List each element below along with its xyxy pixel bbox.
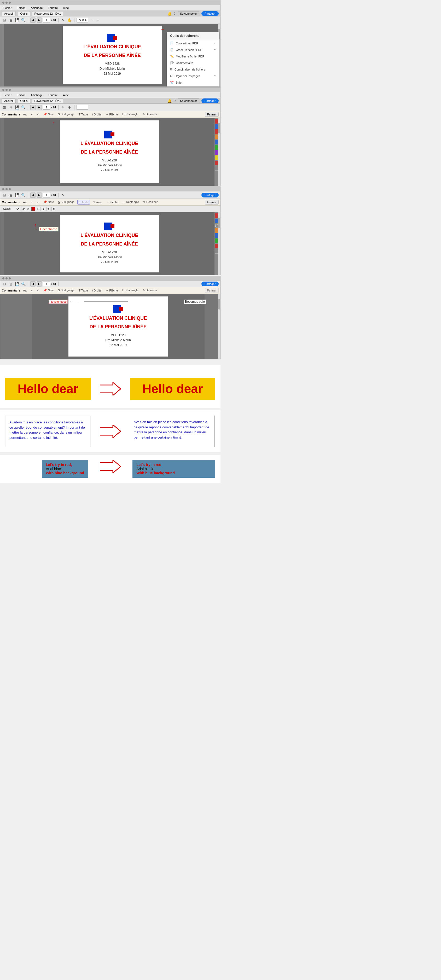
scrollbar-3[interactable] <box>218 212 220 275</box>
prev-page-btn[interactable]: ◀ <box>30 18 35 23</box>
search-icon-4[interactable]: 🔍 <box>21 281 26 286</box>
menu-affichage[interactable]: Affichage <box>30 6 44 10</box>
comment-note-4[interactable]: 📌 Note <box>42 288 55 293</box>
comment-texte[interactable]: T Texte <box>77 112 89 116</box>
next-btn-2[interactable]: ▶ <box>37 105 42 110</box>
prev-btn-2[interactable]: ◀ <box>30 105 35 110</box>
tab-accueil[interactable]: Accueil <box>2 11 16 16</box>
share-button-1[interactable]: Partager <box>201 11 219 16</box>
new-icon-4[interactable]: ⊡ <box>2 281 7 286</box>
comment-surligna-4[interactable]: S̲ Surlignage <box>57 288 76 293</box>
comment-surligna[interactable]: S̲ Surlignage <box>57 112 76 116</box>
comment-aa[interactable]: Aa <box>22 112 28 116</box>
connect-button-1[interactable]: Se connecter <box>178 11 199 16</box>
italic-btn[interactable]: I <box>42 207 45 211</box>
scroll-thumb-4[interactable] <box>218 299 220 310</box>
comment-rect[interactable]: ☐ Rectangle <box>121 112 140 116</box>
comment-texte-4[interactable]: T Texte <box>77 288 89 293</box>
dropdown-organiser[interactable]: ⊟ Organiser les pages ▾ <box>167 73 219 79</box>
print-icon-3[interactable]: 🖨 <box>8 192 13 198</box>
menu2-aide[interactable]: Aide <box>62 93 70 97</box>
new-icon-3[interactable]: ⊡ <box>2 192 7 198</box>
menu-edition[interactable]: Edition <box>16 6 27 10</box>
comment-rect-3[interactable]: ☐ Rectangle <box>121 200 140 204</box>
comment-list[interactable]: ≡ <box>30 112 34 116</box>
prev-btn-3[interactable]: ◀ <box>30 192 35 198</box>
comment-droite-4[interactable]: / Droite <box>91 288 103 293</box>
menu2-fichier[interactable]: Fichier <box>2 93 13 97</box>
cursor-icon-3[interactable]: ↖ <box>60 192 66 198</box>
save-icon-4[interactable]: 💾 <box>14 281 19 286</box>
comment-aa-3[interactable]: Aa <box>22 200 28 204</box>
search-icon-2[interactable]: 🔍 <box>21 105 26 110</box>
scrollbar-2[interactable] <box>218 118 220 186</box>
comment-surligna-3[interactable]: S̲ Surlignage <box>57 200 76 204</box>
hand-icon[interactable]: ✋ <box>67 18 72 23</box>
comment-droite[interactable]: / Droite <box>91 112 103 116</box>
dropdown-protection[interactable]: 🔒 Protection <box>167 86 219 86</box>
zoom-input-2[interactable]: 87.2% <box>76 105 88 110</box>
tab2-document[interactable]: Powerpoint 12 - Év... <box>32 99 63 103</box>
font-size-select[interactable]: 24 <box>21 207 30 211</box>
comment-check-3[interactable]: ☑ <box>35 200 40 204</box>
tab-document[interactable]: Powerpoint 12 - Év... <box>32 11 63 16</box>
connect-button-2[interactable]: Se connecter <box>178 99 199 103</box>
comment-dessiner[interactable]: ✎ Dessiner <box>141 112 158 116</box>
print-icon[interactable]: 🖨 <box>8 18 13 23</box>
comment-droite-3[interactable]: / Droite <box>91 200 103 204</box>
page-input-4[interactable] <box>43 282 50 286</box>
color-swatch[interactable] <box>31 207 35 211</box>
save-icon-2[interactable]: 💾 <box>14 105 19 110</box>
comment-fleche[interactable]: → Flèche <box>104 112 119 116</box>
dropdown-modifier[interactable]: ✏️ Modifier le fichier PDF <box>167 53 219 60</box>
comment-list-3[interactable]: ≡ <box>30 200 34 204</box>
next-btn-3[interactable]: ▶ <box>37 192 42 198</box>
comment-fleche-4[interactable]: → Flèche <box>104 288 119 293</box>
save-icon[interactable]: 💾 <box>14 18 19 23</box>
comment-dessiner-3[interactable]: ✎ Dessiner <box>142 200 159 204</box>
comment-note[interactable]: 📌 Note <box>42 112 55 116</box>
scroll-thumb-2[interactable] <box>218 123 220 134</box>
next-btn-4[interactable]: ▶ <box>37 281 42 286</box>
comment-aa-4[interactable]: Aa <box>22 288 28 293</box>
comment-note-3[interactable]: 📌 Note <box>42 200 55 204</box>
comment-rect-4[interactable]: ☐ Rectangle <box>121 288 140 293</box>
zoom-in-icon[interactable]: + <box>96 18 100 23</box>
share-button-4[interactable]: Partager <box>201 282 219 286</box>
page-input-2[interactable] <box>43 105 50 110</box>
comment-check-4[interactable]: ☑ <box>35 288 40 293</box>
tab2-outils[interactable]: Outils <box>18 99 30 103</box>
tab-outils[interactable]: Outils <box>18 11 30 16</box>
dropdown-commentaire[interactable]: 💬 Commentaire <box>167 60 219 66</box>
page-input-3[interactable] <box>43 193 50 197</box>
scrollbar-4[interactable] <box>218 294 220 359</box>
tab2-accueil[interactable]: Accueil <box>2 99 16 103</box>
save-icon-3[interactable]: 💾 <box>14 192 19 198</box>
bold-btn[interactable]: B <box>36 207 41 211</box>
share-button-3[interactable]: Partager <box>201 193 219 197</box>
comment-dessiner-4[interactable]: ✎ Dessiner <box>141 288 158 293</box>
close-comment-btn-4[interactable]: Fermer <box>205 288 219 293</box>
dropdown-creer[interactable]: 📋 Créer un fichier PDF ▾ <box>167 46 219 53</box>
search-icon[interactable]: 🔍 <box>21 18 26 23</box>
comment-fleche-3[interactable]: → Flèche <box>105 200 119 204</box>
zoom-input-1[interactable] <box>76 18 88 22</box>
menu2-edition[interactable]: Edition <box>16 93 27 97</box>
menu2-affichage[interactable]: Affichage <box>30 93 44 97</box>
comment-list-4[interactable]: ≡ <box>30 288 34 293</box>
search-icon-3[interactable]: 🔍 <box>21 192 26 198</box>
zoom-out-icon[interactable]: − <box>89 18 94 23</box>
cursor-icon[interactable]: ↖ <box>60 18 66 23</box>
next-page-btn[interactable]: ▶ <box>37 18 42 23</box>
align-left-btn[interactable]: ≡ <box>46 207 51 211</box>
menu-fenetre[interactable]: Fenêtre <box>47 6 59 10</box>
prev-btn-4[interactable]: ◀ <box>30 281 35 286</box>
print-icon-4[interactable]: 🖨 <box>8 281 13 286</box>
share-button-2[interactable]: Partager <box>201 99 219 103</box>
cursor-icon-2[interactable]: ↖ <box>60 105 66 110</box>
comment-check[interactable]: ☑ <box>35 112 40 116</box>
align-center-btn[interactable]: ≡ <box>51 207 56 211</box>
print-icon-2[interactable]: 🖨 <box>8 105 13 110</box>
menu2-fenetre[interactable]: Fenêtre <box>47 93 59 97</box>
menu-fichier[interactable]: Fichier <box>2 6 13 10</box>
